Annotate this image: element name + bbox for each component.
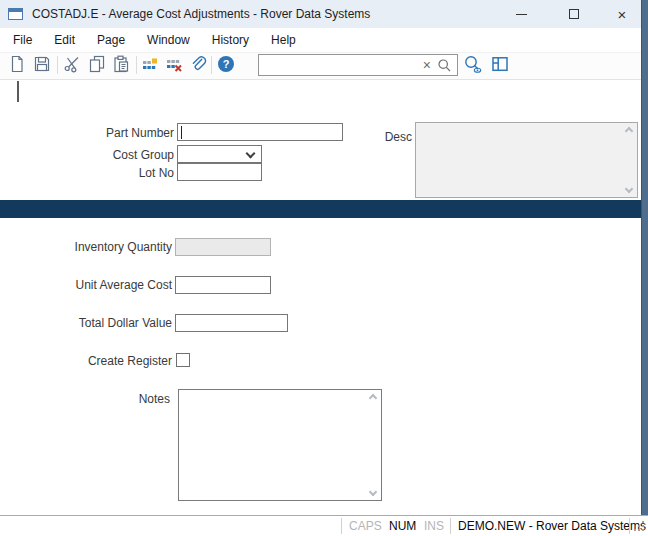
save-icon[interactable] — [33, 55, 51, 73]
notes-textarea[interactable] — [178, 389, 382, 501]
scroll-down-icon[interactable] — [368, 488, 376, 496]
minimize-button[interactable] — [499, 0, 543, 28]
lot-no-input[interactable] — [177, 163, 262, 181]
notes-scrollbar[interactable] — [364, 390, 381, 500]
toolbar-separator — [211, 56, 212, 74]
menu-window[interactable]: Window — [136, 28, 201, 52]
unit-average-cost-input[interactable] — [175, 276, 271, 294]
desc-field[interactable] — [415, 122, 638, 198]
minimize-icon — [516, 14, 527, 15]
inventory-quantity-label: Inventory Quantity — [0, 240, 172, 254]
toolbar-separator — [136, 56, 137, 74]
create-register-label: Create Register — [0, 354, 172, 368]
menu-help[interactable]: Help — [260, 28, 307, 52]
menu-edit[interactable]: Edit — [43, 28, 86, 52]
status-bar: CAPS NUM INS DEMO.NEW - Rover Data Syste… — [0, 515, 648, 536]
status-separator — [629, 518, 630, 534]
close-button[interactable]: × — [602, 0, 642, 28]
menu-bar: File Edit Page Window History Help — [0, 28, 641, 52]
close-icon: × — [618, 7, 627, 22]
maximize-icon — [569, 9, 579, 19]
help-icon[interactable]: ? — [217, 55, 235, 73]
new-document-icon[interactable] — [8, 55, 26, 73]
menu-history[interactable]: History — [201, 28, 260, 52]
scroll-down-icon[interactable] — [624, 185, 632, 193]
paste-icon[interactable] — [112, 55, 130, 73]
app-window: COSTADJ.E - Average Cost Adjustments - R… — [0, 0, 648, 536]
section-divider-band — [0, 200, 641, 218]
insert-mode-indicator: INS — [424, 516, 444, 536]
session-info: DEMO.NEW - Rover Data Systems — [458, 516, 646, 536]
attachment-icon[interactable] — [189, 55, 207, 73]
total-dollar-value-label: Total Dollar Value — [0, 316, 172, 330]
status-separator — [450, 518, 451, 534]
search-input[interactable]: × — [258, 54, 458, 76]
scroll-up-icon[interactable] — [624, 127, 632, 135]
resize-grip[interactable] — [634, 521, 646, 533]
cost-group-label: Cost Group — [0, 148, 174, 162]
title-bar: COSTADJ.E - Average Cost Adjustments - R… — [0, 0, 641, 28]
input-caret — [181, 126, 182, 139]
copy-icon[interactable] — [88, 55, 106, 73]
window-edge — [641, 0, 648, 515]
lot-no-label: Lot No — [0, 166, 174, 180]
menu-page[interactable]: Page — [86, 28, 136, 52]
window-title: COSTADJ.E - Average Cost Adjustments - R… — [32, 0, 370, 28]
unit-average-cost-label: Unit Average Cost — [0, 278, 172, 292]
scroll-up-icon[interactable] — [368, 394, 376, 402]
total-dollar-value-input[interactable] — [175, 314, 288, 332]
part-number-label: Part Number — [0, 126, 174, 140]
search-clear-icon[interactable]: × — [423, 56, 431, 76]
caps-lock-indicator: CAPS — [349, 516, 382, 536]
desc-scrollbar[interactable] — [620, 123, 637, 197]
window-icon — [8, 8, 23, 20]
chevron-down-icon — [246, 149, 256, 159]
toolbar-separator — [57, 56, 58, 74]
notes-label: Notes — [0, 392, 170, 406]
search-preview-icon[interactable] — [462, 54, 483, 75]
search-icon[interactable] — [437, 58, 452, 73]
records-grid-add-icon[interactable] — [141, 55, 159, 73]
num-lock-indicator: NUM — [389, 516, 416, 536]
form-area: Part Number Desc Cost Group Lot No Inven… — [0, 80, 641, 515]
inventory-quantity-input — [175, 238, 271, 256]
cut-icon[interactable] — [63, 55, 81, 73]
text-caret — [17, 81, 19, 102]
maximize-button[interactable] — [552, 0, 596, 28]
layout-panel-icon[interactable] — [491, 55, 509, 73]
desc-label: Desc — [260, 130, 412, 144]
svg-text:?: ? — [223, 58, 230, 70]
status-separator — [341, 518, 342, 534]
menu-file[interactable]: File — [2, 28, 43, 52]
create-register-checkbox[interactable] — [176, 353, 190, 367]
records-grid-delete-icon[interactable] — [165, 55, 183, 73]
cost-group-dropdown[interactable] — [177, 145, 262, 163]
